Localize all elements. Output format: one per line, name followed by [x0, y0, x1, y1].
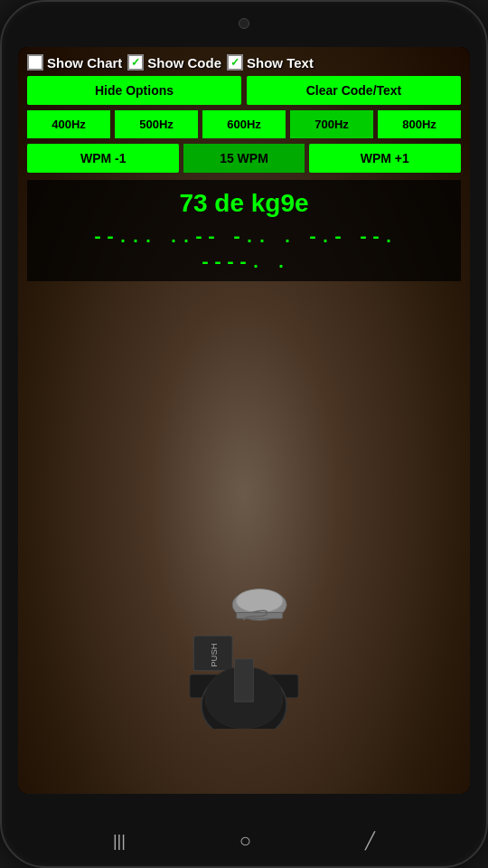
- callsign-display: 73 de kg9e: [34, 189, 454, 218]
- show-text-checkbox[interactable]: ✓ Show Text: [227, 54, 314, 71]
- checkbox-row: Show Chart ✓ Show Code ✓ Show Text: [27, 54, 461, 71]
- freq-700-button[interactable]: 700Hz: [290, 110, 373, 138]
- svg-point-4: [236, 590, 282, 613]
- wpm-display: 15 WPM: [183, 144, 304, 173]
- hide-options-button[interactable]: Hide Options: [27, 76, 241, 105]
- clear-code-text-button[interactable]: Clear Code/Text: [247, 76, 461, 105]
- nav-back-icon[interactable]: ╱: [365, 831, 375, 851]
- svg-text:PUSH: PUSH: [209, 644, 219, 667]
- nav-menu-icon[interactable]: |||: [113, 832, 126, 851]
- screen-content: PUSH: [18, 47, 470, 794]
- nav-bar: ||| ○ ╱: [2, 829, 486, 853]
- morse-code-line1: --... ..-- -.. . -.- --.: [34, 225, 454, 250]
- frequency-buttons-row: 400Hz 500Hz 600Hz 700Hz 800Hz: [27, 110, 461, 138]
- show-code-checkbox-box[interactable]: ✓: [127, 54, 144, 71]
- morse-code-line2: ----. .: [34, 250, 454, 276]
- camera-notch: [239, 18, 249, 29]
- wpm-minus-button[interactable]: WPM -1: [27, 144, 179, 173]
- show-chart-checkbox[interactable]: Show Chart: [27, 54, 122, 71]
- phone-frame: PUSH: [0, 0, 488, 868]
- wpm-plus-button[interactable]: WPM +1: [309, 144, 461, 173]
- show-chart-label: Show Chart: [47, 55, 122, 71]
- options-buttons-row: Hide Options Clear Code/Text: [27, 76, 461, 105]
- show-code-checkbox[interactable]: ✓ Show Code: [127, 54, 221, 71]
- freq-400-button[interactable]: 400Hz: [27, 110, 110, 138]
- freq-600-button[interactable]: 600Hz: [202, 110, 286, 138]
- show-code-label: Show Code: [147, 55, 221, 71]
- show-text-label: Show Text: [247, 55, 314, 71]
- controls-overlay: Show Chart ✓ Show Code ✓ Show Text Hide …: [18, 47, 470, 288]
- freq-800-button[interactable]: 800Hz: [378, 110, 461, 138]
- wpm-row: WPM -1 15 WPM WPM +1: [27, 144, 461, 173]
- morse-key-svg: PUSH: [154, 458, 334, 729]
- morse-text-area: 73 de kg9e --... ..-- -.. . -.- --. ----…: [27, 180, 461, 281]
- freq-500-button[interactable]: 500Hz: [115, 110, 198, 138]
- svg-rect-8: [235, 659, 254, 702]
- show-text-checkbox-box[interactable]: ✓: [227, 54, 243, 71]
- phone-screen: PUSH: [18, 47, 470, 794]
- show-chart-checkbox-box[interactable]: [27, 54, 43, 71]
- nav-home-icon[interactable]: ○: [239, 829, 251, 853]
